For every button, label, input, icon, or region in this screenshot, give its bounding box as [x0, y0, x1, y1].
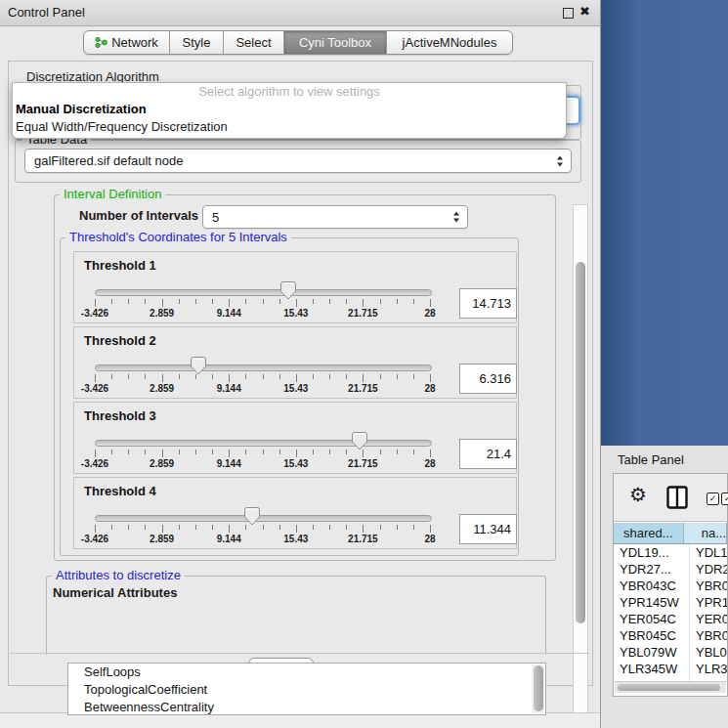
- tab-network[interactable]: Network: [84, 31, 170, 54]
- slider-tick: [430, 525, 431, 533]
- checkbox-icon[interactable]: ✓: [707, 492, 719, 505]
- threshold-box-3: Threshold 3-3.4262.8599.14415.4321.71528…: [73, 402, 517, 474]
- table-row[interactable]: YBL079WYBL0...: [614, 644, 727, 661]
- table-cell[interactable]: YLR345W: [614, 661, 690, 677]
- threshold-value-field[interactable]: 21.4: [459, 439, 517, 469]
- column-layout-icon[interactable]: [666, 486, 688, 512]
- slider-tick: [413, 525, 414, 530]
- table-row[interactable]: YBR045CYBR0...: [614, 627, 727, 644]
- close-icon[interactable]: ✖: [579, 4, 590, 19]
- horizontal-scrollbar-thumb[interactable]: [618, 684, 720, 691]
- slider-track[interactable]: [95, 289, 432, 296]
- threshold-label: Threshold 3: [84, 408, 156, 423]
- slider-thumb[interactable]: [280, 281, 296, 300]
- list-scrollbar[interactable]: [532, 664, 544, 713]
- slider-tick-label: 15.43: [269, 383, 323, 394]
- gear-icon[interactable]: ⚙: [629, 485, 647, 504]
- table-data-select[interactable]: galFiltered.sif default node: [24, 149, 572, 173]
- slider-tick: [430, 299, 431, 307]
- tab-select[interactable]: Select: [224, 31, 284, 54]
- table-row[interactable]: YDL19...YDL1...: [614, 544, 727, 561]
- table-row[interactable]: YER054CYER0...: [614, 611, 727, 627]
- slider-tick-label: 21.715: [335, 534, 390, 544]
- tab-cyni-toolbox[interactable]: Cyni Toolbox: [284, 31, 387, 54]
- table-row[interactable]: YBR043CYBR0...: [614, 578, 727, 594]
- list-scrollbar-thumb[interactable]: [534, 665, 543, 711]
- slider-track[interactable]: [95, 364, 432, 371]
- table-row[interactable]: YDR27...YDR2...: [614, 561, 727, 578]
- tab-jactivemnodules[interactable]: jActiveMNodules: [387, 31, 512, 54]
- slider-tick: [397, 299, 398, 304]
- number-of-intervals-label: Number of Intervals: [79, 208, 198, 223]
- interval-definition-label: Interval Definition: [60, 187, 165, 201]
- column-header-name[interactable]: na...: [684, 523, 727, 544]
- slider-tick: [313, 374, 314, 379]
- tab-label: Select: [236, 35, 271, 50]
- number-of-intervals-select[interactable]: 5: [202, 205, 468, 229]
- slider-thumb[interactable]: [191, 357, 206, 375]
- table-data-selected-value: galFiltered.sif default node: [34, 153, 183, 168]
- attribute-list-item[interactable]: SelfLoops: [68, 664, 545, 681]
- slider-tick-label: 15.43: [269, 458, 323, 469]
- main-scrollbar-thumb[interactable]: [576, 262, 585, 623]
- column-header-shared-name[interactable]: shared...: [614, 523, 684, 544]
- panel-footer: [0, 713, 600, 728]
- attribute-list-item[interactable]: BetweennessCentrality: [68, 699, 545, 715]
- horizontal-scrollbar[interactable]: [615, 681, 726, 693]
- table-cell[interactable]: YBR045C: [614, 627, 690, 644]
- slider-thumb[interactable]: [244, 507, 260, 526]
- tab-style[interactable]: Style: [170, 31, 224, 54]
- slider-tick: [229, 525, 230, 533]
- attribute-list-item[interactable]: TopologicalCoefficient: [68, 681, 545, 699]
- control-panel-titlebar[interactable]: Control Panel ✖: [0, 0, 600, 26]
- threshold-value-field[interactable]: 6.316: [459, 364, 517, 394]
- table-cell[interactable]: YBR0...: [690, 578, 727, 594]
- table-row[interactable]: YPR145WYPR1...: [614, 594, 727, 611]
- slider-track[interactable]: [95, 440, 432, 447]
- table-cell[interactable]: YDL19...: [614, 544, 690, 561]
- dropdown-placeholder: Select algorithm to view settings: [13, 83, 566, 101]
- float-window-icon[interactable]: [563, 8, 574, 19]
- table-cell[interactable]: YPR145W: [614, 594, 690, 611]
- table-cell[interactable]: YBR043C: [614, 578, 690, 594]
- slider-tick: [179, 374, 180, 379]
- table-cell[interactable]: YBR0...: [690, 627, 727, 644]
- table-cell[interactable]: YER054C: [614, 611, 690, 627]
- table-cell[interactable]: YER0...: [690, 611, 727, 627]
- threshold-box-2: Threshold 2-3.4262.8599.14415.4321.71528…: [73, 326, 517, 399]
- slider-tick: [229, 374, 230, 382]
- dropdown-option-equal-width-frequency-discretization[interactable]: Equal Width/Frequency Discretization: [13, 118, 566, 136]
- slider-track[interactable]: [95, 515, 432, 522]
- slider-tick: [162, 525, 163, 533]
- slider-tick: [162, 299, 163, 307]
- dropdown-option-manual-discretization[interactable]: Manual Discretization: [13, 101, 566, 118]
- table-cell[interactable]: YDR2...: [690, 561, 727, 578]
- slider-tick: [212, 525, 213, 530]
- threshold-value-field[interactable]: 11.344: [459, 514, 517, 544]
- table-cell[interactable]: YDL1...: [690, 544, 727, 561]
- threshold-value-field[interactable]: 14.713: [459, 288, 517, 319]
- slider-tick: [397, 525, 398, 530]
- slider-thumb[interactable]: [352, 432, 367, 450]
- table-cell[interactable]: YPR1...: [690, 594, 727, 611]
- slider-tick: [212, 299, 213, 304]
- slider-tick-label: 21.715: [335, 458, 390, 469]
- slider-tick: [245, 374, 246, 379]
- network-icon: [95, 36, 107, 49]
- table-cell[interactable]: YDR27...: [614, 561, 690, 578]
- slider-tick: [296, 450, 297, 457]
- checkbox-icon[interactable]: ✓: [721, 492, 728, 505]
- table-cell[interactable]: YBL079W: [614, 644, 690, 661]
- numerical-attributes-list[interactable]: SelfLoopsTopologicalCoefficientBetweenne…: [67, 663, 546, 715]
- slider-tick: [195, 450, 196, 454]
- slider-tick: [363, 374, 364, 382]
- main-scrollbar[interactable]: [573, 204, 588, 713]
- table-row[interactable]: YLR345WYLR3...: [614, 661, 727, 677]
- slider-tick: [346, 450, 347, 454]
- slider-tick: [413, 299, 414, 304]
- slider-tick: [229, 299, 230, 307]
- slider-tick: [245, 450, 246, 454]
- table-cell[interactable]: YLR3...: [690, 661, 727, 677]
- slider-tick: [263, 450, 264, 454]
- table-cell[interactable]: YBL0...: [690, 644, 727, 661]
